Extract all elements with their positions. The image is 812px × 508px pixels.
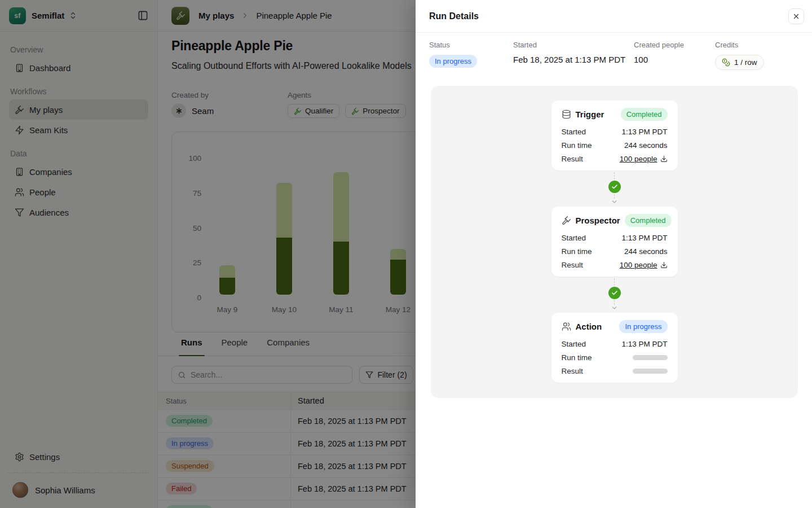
- dashed-line: [614, 278, 615, 286]
- field-label: Result: [562, 261, 583, 269]
- chevron-down-icon: [611, 304, 618, 312]
- run-meta: Status In progress Started Feb 18, 2025 …: [416, 33, 812, 70]
- loading-skeleton: [633, 355, 668, 360]
- gavel-icon: [562, 216, 571, 225]
- step-card-prospector: Prospector Completed Started1:13 PM PDT …: [551, 207, 678, 277]
- field-value: 1:13 PM PDT: [621, 340, 667, 348]
- field-value: 1:13 PM PDT: [621, 128, 667, 136]
- field-value: 1:13 PM PDT: [621, 234, 667, 242]
- download-icon[interactable]: [660, 261, 668, 269]
- step-status-badge: Completed: [621, 108, 668, 121]
- meta-status: Status In progress: [429, 41, 513, 70]
- meta-label: Started: [513, 41, 634, 49]
- step-card-trigger: Trigger Completed Started1:13 PM PDT Run…: [551, 100, 678, 170]
- field-label: Result: [562, 155, 583, 163]
- coins-icon: [722, 58, 730, 67]
- meta-created-people: Created people 100: [634, 41, 715, 70]
- check-circle-icon: [608, 287, 621, 299]
- result-link[interactable]: 100 people: [620, 155, 657, 163]
- credits-chip: 1 / row: [715, 55, 764, 70]
- close-button[interactable]: [788, 8, 804, 24]
- field-label: Started: [562, 128, 586, 136]
- meta-label: Credits: [715, 41, 764, 49]
- field-label: Started: [562, 234, 586, 242]
- result-link[interactable]: 100 people: [620, 261, 657, 269]
- field-label: Run time: [562, 247, 592, 256]
- field-label: Result: [562, 367, 583, 375]
- dashed-line: [614, 172, 615, 179]
- meta-credits: Credits 1 / row: [715, 41, 764, 70]
- step-connector: [608, 170, 621, 207]
- run-details-drawer: Run Details Status In progress Started F…: [416, 0, 812, 508]
- step-status-badge: Completed: [625, 214, 672, 227]
- field-value: 244 seconds: [624, 247, 668, 256]
- step-name: Prospector: [576, 216, 620, 225]
- step-status-badge: In progress: [619, 320, 667, 333]
- step-card-action: Action In progress Started1:13 PM PDT Ru…: [551, 313, 678, 383]
- step-connector: [608, 277, 621, 313]
- field-label: Run time: [562, 353, 592, 362]
- loading-skeleton: [633, 369, 668, 374]
- app-root: sf Semiflat Overview Dashboard Workflows…: [0, 0, 812, 508]
- credits-value: 1 / row: [734, 58, 757, 67]
- status-badge: In progress: [429, 55, 477, 68]
- database-icon: [562, 110, 571, 119]
- field-label: Started: [562, 340, 586, 348]
- users-icon: [562, 322, 571, 331]
- drawer-header: Run Details: [416, 0, 812, 33]
- close-icon: [792, 12, 800, 20]
- drawer-title: Run Details: [429, 11, 479, 21]
- chevron-down-icon: [611, 198, 618, 205]
- step-name: Action: [576, 322, 615, 331]
- field-value: 244 seconds: [624, 141, 668, 150]
- meta-value: Feb 18, 2025 at 1:13 PM PDT: [513, 55, 634, 64]
- check-circle-icon: [608, 181, 621, 193]
- meta-started: Started Feb 18, 2025 at 1:13 PM PDT: [513, 41, 634, 70]
- meta-label: Status: [429, 41, 513, 49]
- meta-label: Created people: [634, 41, 715, 49]
- workflow-steps-panel: Trigger Completed Started1:13 PM PDT Run…: [431, 86, 798, 398]
- download-icon[interactable]: [660, 155, 668, 163]
- field-label: Run time: [562, 141, 592, 150]
- meta-value: 100: [634, 55, 715, 64]
- step-name: Trigger: [576, 110, 616, 119]
